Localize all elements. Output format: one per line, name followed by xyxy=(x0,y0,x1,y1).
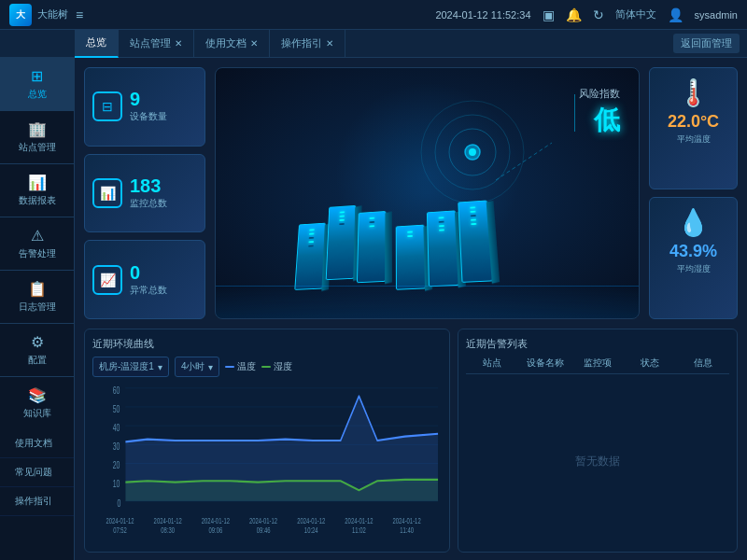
sidebar-item-reports[interactable]: 📊 数据报表 xyxy=(0,164,74,217)
risk-label: 风险指数 xyxy=(579,87,620,101)
tab-label-guide: 操作指引 xyxy=(281,36,322,50)
viz-center: 风险指数 低 xyxy=(215,67,640,319)
svg-text:2024-01-12: 2024-01-12 xyxy=(297,516,325,526)
svg-text:11:40: 11:40 xyxy=(400,525,414,536)
hamburger-icon[interactable]: ≡ xyxy=(76,7,83,22)
stat-info-devices: 9 设备数量 xyxy=(130,90,167,123)
radar-svg xyxy=(416,96,529,208)
anomaly-count: 0 xyxy=(130,263,167,282)
stat-card-anomalies: 📈 0 异常总数 xyxy=(84,240,205,319)
refresh-icon[interactable]: ↻ xyxy=(593,7,604,22)
col-info: 信息 xyxy=(677,357,729,370)
tab-label-site: 站点管理 xyxy=(130,36,171,50)
humidity-value: 43.9% xyxy=(669,242,717,261)
hum-legend-dot xyxy=(261,366,271,368)
devices-icon: ⊟ xyxy=(92,91,122,121)
chart-controls: 机房-温湿度1 ▾ 4小时 ▾ 温度 湿度 xyxy=(92,357,442,377)
username-display: sysadmin xyxy=(695,9,738,21)
alert-table-header: 站点 设备名称 监控项 状态 信息 xyxy=(466,357,729,374)
tab-label-overview: 总览 xyxy=(86,35,106,49)
header-left: 大 大能树 ≡ xyxy=(9,4,83,26)
sidebar-label-overview: 总览 xyxy=(28,88,47,101)
env-cards: 🌡️ 22.0°C 平均温度 💧 43.9% 平均湿度 xyxy=(649,67,738,319)
bottom-row: 近期环境曲线 机房-温湿度1 ▾ 4小时 ▾ 温度 xyxy=(75,329,747,560)
server-racks xyxy=(294,196,493,294)
svg-text:0: 0 xyxy=(118,497,121,509)
tab-close-guide[interactable]: ✕ xyxy=(326,38,333,49)
hum-legend: 湿度 xyxy=(261,360,292,373)
overview-icon: ⊞ xyxy=(31,67,43,85)
chevron-down-icon: ▾ xyxy=(158,362,162,372)
logo-icon: 大 xyxy=(9,4,32,26)
humidity-label: 平均湿度 xyxy=(677,263,711,275)
svg-text:20: 20 xyxy=(113,460,120,471)
svg-text:40: 40 xyxy=(113,423,120,434)
site-icon: 🏢 xyxy=(28,120,47,138)
stat-card-devices: ⊟ 9 设备数量 xyxy=(84,67,205,147)
monitor-label: 监控总数 xyxy=(130,197,167,210)
tab-site-mgmt[interactable]: 站点管理 ✕ xyxy=(119,30,194,58)
monitor-icon[interactable]: ▣ xyxy=(543,7,555,22)
temp-card: 🌡️ 22.0°C 平均温度 xyxy=(649,67,738,189)
svg-text:2024-01-12: 2024-01-12 xyxy=(249,516,277,526)
knowledge-icon: 📚 xyxy=(28,386,47,404)
sidebar: ⊞ 总览 🏢 站点管理 📊 数据报表 ⚠ 告警处理 📋 日志管理 ⚙ 配置 📚 … xyxy=(0,58,75,560)
sidebar-label-alerts: 告警处理 xyxy=(19,247,56,260)
sidebar-label-knowledge: 知识库 xyxy=(23,407,51,420)
alerts-icon: ⚠ xyxy=(31,227,44,245)
user-icon[interactable]: 👤 xyxy=(668,7,684,22)
col-monitor: 监控项 xyxy=(571,357,624,370)
header-right: 2024-01-12 11:52:34 ▣ 🔔 ↻ 简体中文 👤 sysadmi… xyxy=(435,7,738,22)
svg-text:09:46: 09:46 xyxy=(257,525,271,536)
svg-text:50: 50 xyxy=(113,403,120,414)
sidebar-item-site[interactable]: 🏢 站点管理 xyxy=(0,111,74,164)
temp-legend-dot xyxy=(225,366,234,368)
tab-close-site[interactable]: ✕ xyxy=(175,38,182,49)
tab-guide[interactable]: 操作指引 ✕ xyxy=(270,30,345,58)
location-selector[interactable]: 机房-温湿度1 ▾ xyxy=(92,357,169,377)
svg-text:11:02: 11:02 xyxy=(352,525,366,536)
chart-title: 近期环境曲线 xyxy=(92,337,442,351)
temp-legend: 温度 xyxy=(225,360,256,373)
alert-panel-title: 近期告警列表 xyxy=(466,337,729,351)
return-button[interactable]: 返回面管理 xyxy=(673,34,740,53)
alert-panel: 近期告警列表 站点 设备名称 监控项 状态 信息 暂无数据 xyxy=(458,329,738,553)
svg-text:10: 10 xyxy=(113,479,120,490)
sidebar-item-logs[interactable]: 📋 日志管理 xyxy=(0,271,74,324)
sidebar-sub-menu: 使用文档 常见问题 操作指引 xyxy=(0,429,74,516)
tab-close-docs[interactable]: ✕ xyxy=(250,38,258,49)
anomalies-icon: 📈 xyxy=(92,265,122,295)
thermometer-icon: 🌡️ xyxy=(677,77,710,108)
svg-text:10:24: 10:24 xyxy=(304,525,318,536)
tab-overview[interactable]: 总览 xyxy=(75,30,119,58)
sidebar-label-logs: 日志管理 xyxy=(19,301,56,314)
temp-value: 22.0°C xyxy=(668,112,719,132)
svg-text:07:52: 07:52 xyxy=(113,525,127,536)
tab-docs[interactable]: 使用文档 ✕ xyxy=(194,30,270,58)
sidebar-item-config[interactable]: ⚙ 配置 xyxy=(0,324,74,377)
device-count: 9 xyxy=(130,90,167,108)
content-area: ⊟ 9 设备数量 📊 183 监控总数 📈 0 xyxy=(75,58,747,560)
language-selector[interactable]: 简体中文 xyxy=(615,7,656,21)
config-icon: ⚙ xyxy=(31,333,44,351)
sidebar-sub-faq[interactable]: 常见问题 xyxy=(0,458,74,487)
logs-icon: 📋 xyxy=(28,280,47,298)
svg-text:2024-01-12: 2024-01-12 xyxy=(393,516,421,526)
sidebar-sub-docs[interactable]: 使用文档 xyxy=(0,429,74,458)
sidebar-item-alerts[interactable]: ⚠ 告警处理 xyxy=(0,217,74,271)
bell-icon[interactable]: 🔔 xyxy=(566,7,582,22)
sidebar-label-reports: 数据报表 xyxy=(19,194,56,207)
svg-text:2024-01-12: 2024-01-12 xyxy=(154,516,182,526)
svg-marker-21 xyxy=(125,480,438,501)
svg-text:2024-01-12: 2024-01-12 xyxy=(106,516,134,526)
sidebar-label-config: 配置 xyxy=(28,354,47,367)
time-selector[interactable]: 4小时 ▾ xyxy=(175,357,220,377)
stat-info-anomalies: 0 异常总数 xyxy=(130,263,167,297)
sidebar-item-overview[interactable]: ⊞ 总览 xyxy=(0,58,74,111)
col-status: 状态 xyxy=(624,357,676,370)
sidebar-label-site: 站点管理 xyxy=(19,141,56,154)
sidebar-sub-guide[interactable]: 操作指引 xyxy=(0,487,74,516)
svg-text:60: 60 xyxy=(113,385,120,396)
chevron-down-icon-2: ▾ xyxy=(208,362,213,372)
sidebar-item-knowledge[interactable]: 📚 知识库 xyxy=(0,377,74,429)
